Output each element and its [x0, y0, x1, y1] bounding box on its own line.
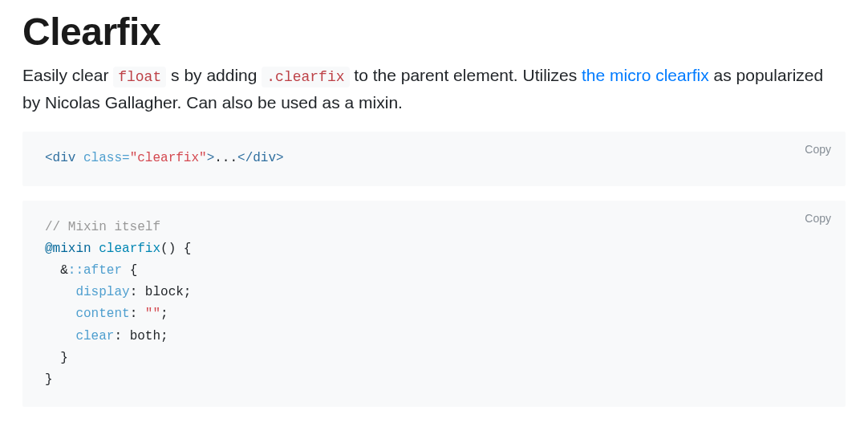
lead-text: to the parent element. Utilizes: [350, 66, 582, 84]
inline-code-float: float: [113, 67, 166, 87]
code-punct: {: [130, 263, 138, 278]
copy-button[interactable]: Copy: [805, 143, 831, 156]
code-punct: : block;: [130, 285, 192, 299]
code-string: "": [145, 307, 160, 321]
code-tag: </div>: [237, 151, 284, 165]
inline-code-clearfix: .clearfix: [262, 67, 349, 87]
code-prop: clear: [75, 329, 114, 343]
code-prop: display: [75, 285, 129, 299]
copy-button[interactable]: Copy: [805, 212, 831, 225]
code-pseudo: ::after: [68, 263, 130, 278]
lead-paragraph: Easily clear float s by adding .clearfix…: [22, 62, 846, 116]
page-title: Clearfix: [22, 10, 846, 54]
micro-clearfix-link[interactable]: the micro clearfix: [582, 66, 709, 84]
code-punct: }: [45, 351, 68, 365]
code-comment: // Mixin itself: [45, 220, 160, 234]
lead-text: s by adding: [166, 66, 262, 84]
code-punct: }: [45, 372, 53, 387]
code-scss: // Mixin itself @mixin clearfix() { &::a…: [45, 217, 823, 392]
code-keyword: @mixin: [45, 242, 99, 256]
code-name: clearfix: [99, 242, 160, 256]
code-html: <div class="clearfix">...</div>: [45, 148, 823, 169]
code-attr: class=: [83, 151, 130, 165]
code-indent: [45, 329, 75, 343]
code-block-scss: Copy // Mixin itself @mixin clearfix() {…: [22, 201, 846, 408]
code-punct: &: [45, 263, 68, 278]
code-block-html: Copy <div class="clearfix">...</div>: [22, 132, 846, 185]
code-indent: [45, 285, 75, 299]
code-text: ...: [214, 151, 237, 165]
code-punct: :: [130, 307, 145, 321]
code-punct: () {: [160, 242, 191, 256]
code-tag: <div: [45, 151, 83, 165]
code-prop: content: [75, 307, 129, 321]
lead-text: Easily clear: [22, 66, 113, 84]
code-indent: [45, 307, 75, 321]
code-string: "clearfix": [130, 151, 207, 165]
code-punct: : both;: [114, 329, 168, 343]
code-tag: >: [207, 151, 215, 165]
code-punct: ;: [160, 307, 168, 321]
